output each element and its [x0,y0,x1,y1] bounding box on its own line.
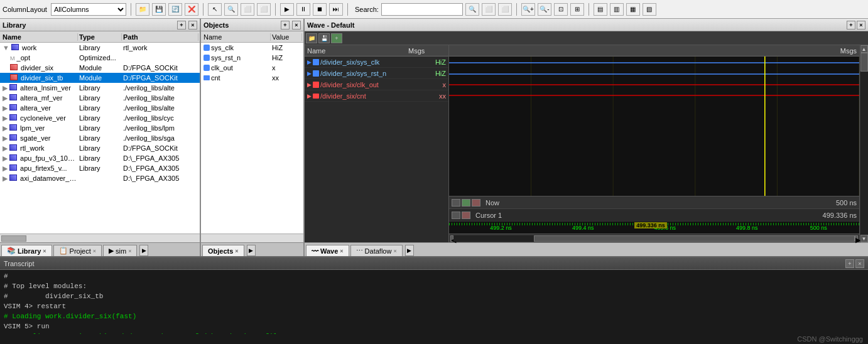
lib-row-divider-six-tb[interactable]: divider_six_tb Module D:/FPGA_SOCKit [0,73,200,83]
toolbar-btn-6[interactable]: ⬜ [241,3,254,16]
wave-tb-btn-2[interactable]: 💾 [318,33,330,43]
wave-cursor-btn-1[interactable] [452,212,460,219]
tab-wave[interactable]: 〰 Wave × [306,245,349,256]
lib-row-cycloneive[interactable]: ▶ cycloneive_ver Library ./verilog_libs/… [0,113,200,123]
library-scroll-thumb[interactable] [1,235,26,242]
toolbar-btn-zoom-out[interactable]: 🔍- [538,3,551,16]
tab-dataflow-close[interactable]: × [393,248,396,254]
wave-expand-tab-btn[interactable]: ▶ [405,245,414,256]
toolbar-btn-5[interactable]: 🔍 [224,3,238,16]
wave-scrollbar-v[interactable]: ▲ ▼ [859,45,868,242]
tab-sim-close[interactable]: × [128,248,131,254]
wave-scroll-right-btn[interactable]: ▶ [855,235,858,242]
panel-expand-btn[interactable]: ▶ [139,245,148,256]
lib-row-altera-mf[interactable]: ▶ altera_mf_ver Library ./verilog_libs/a… [0,93,200,103]
lib-row-divider-six[interactable]: divider_six Module D:/FPGA_SOCKit [0,63,200,73]
toolbar-btn-zoom-all[interactable]: ⊞ [570,3,584,16]
tab-project[interactable]: 📋 Project × [53,245,102,256]
toolbar-btn-9[interactable]: ⏹ [313,3,327,16]
toolbar-btn-7[interactable]: ⬜ [257,3,271,16]
transcript-add-btn[interactable]: + [845,259,854,268]
obj-col-name: Name [202,33,271,41]
library-close-btn[interactable]: × [188,21,197,30]
lib-row-work[interactable]: ▼ work Library rtl_work [0,43,200,53]
library-scrollbar-h[interactable] [0,234,200,242]
lib-row-altera-ver[interactable]: ▶ altera_ver Library ./verilog_libs/alte [0,103,200,113]
toolbar-btn-layout-2[interactable]: ▥ [610,3,624,16]
obj-row-clk-out[interactable]: clk_out x [201,63,303,73]
toolbar-btn-4[interactable]: ❌ [185,3,198,16]
lib-row-rtl-work[interactable]: ▶ rtl_work Library D:/FPGA_SOCKit [0,143,200,153]
wave-expand-clk-out[interactable]: ▶ [307,82,312,88]
wave-expand-sys-clk[interactable]: ▶ [307,59,312,65]
tab-objects-close[interactable]: × [235,248,238,254]
obj-row-sys-clk[interactable]: sys_clk HiZ [201,43,303,53]
wave-sig-clk-out[interactable]: ▶ /divider_six/clk_out x [305,79,448,90]
lib-row-opt[interactable]: M _opt Optimized... [0,53,200,63]
toolbar-btn-3[interactable]: 🔄 [168,3,182,16]
toolbar-btn-1[interactable]: 📁 [136,3,149,16]
wave-close-btn[interactable]: × [857,21,865,30]
lib-row-axi-datamover[interactable]: ▶ axi_datamover_v4_...Library D:\_FPGA_A… [0,173,200,183]
wave-svg-area[interactable] [449,56,859,196]
wave-expand-sys-rst[interactable]: ▶ [307,70,312,77]
lib-row-sgate[interactable]: ▶ sgate_ver Library ./verilog_libs/sga [0,133,200,143]
wave-scroll-track[interactable] [453,235,855,242]
wave-scroll-down-btn[interactable]: ▼ [860,235,868,242]
column-layout-select[interactable]: AllColumns [51,3,126,16]
toolbar-btn-2[interactable]: 💾 [152,3,166,16]
library-tree[interactable]: ▼ work Library rtl_work M _opt Optimized… [0,43,200,234]
objects-scrollbar-h[interactable] [201,234,303,242]
wave-add-btn[interactable]: + [847,21,855,30]
toolbar-btn-play[interactable]: ▶ [280,3,294,16]
wave-sig-sys-rst[interactable]: ▶ /divider_six/sys_rst_n HiZ [305,68,448,79]
library-add-btn[interactable]: + [177,21,186,30]
search-input[interactable] [381,3,463,16]
transcript-close-btn[interactable]: × [855,259,864,268]
wave-status-btn-2[interactable] [462,199,470,207]
toolbar-btn-zoom-fit[interactable]: ⊡ [554,3,568,16]
toolbar-btn-12[interactable]: ⬜ [498,3,512,16]
lib-row-altera-lnsim[interactable]: ▶ altera_lnsim_ver Library ./verilog_lib… [0,83,200,93]
tab-dataflow[interactable]: ⋯ Dataflow × [350,245,403,256]
wave-sig-sys-clk[interactable]: ▶ /divider_six/sys_clk HiZ [305,56,448,68]
wave-tb-btn-3[interactable]: + [331,33,342,43]
wave-scrollbar-h[interactable]: ◀ ▶ [449,234,859,242]
lib-row-apu-fpu[interactable]: ▶ apu_fpu_v3_10_a ... Library D:\_FPGA_A… [0,153,200,163]
wave-sig-cnt[interactable]: ▶ /divider_six/cnt xx [305,90,448,102]
toolbar-btn-cursor[interactable]: ↖ [208,3,222,16]
toolbar-btn-search[interactable]: 🔍 [465,3,479,16]
wave-scroll-v-thumb[interactable] [860,53,868,72]
toolbar-btn-zoom-in[interactable]: 🔍+ [521,3,535,16]
obj-row-cnt[interactable]: cnt xx [201,73,303,83]
toolbar-btn-11[interactable]: ⬜ [482,3,496,16]
objects-expand-btn[interactable]: ▶ [247,245,256,256]
tab-sim[interactable]: ▶ sim × [103,245,137,256]
wave-scroll-thumb[interactable] [534,235,855,242]
toolbar-btn-layout-3[interactable]: ▦ [626,3,640,16]
objects-close-btn[interactable]: × [292,21,301,30]
transcript-content[interactable]: # # Top level modules: # divider_six_tb … [0,270,868,334]
wave-expand-cnt[interactable]: ▶ [307,93,312,99]
tab-library[interactable]: 📚 Library × [1,245,52,256]
tab-wave-close[interactable]: × [340,248,343,254]
lib-row-apu-virtex[interactable]: ▶ apu_firtex5_v... Library D:\_FPGA_AX30… [0,163,200,173]
objects-add-btn[interactable]: + [281,21,290,30]
wave-tb-btn-1[interactable]: 📁 [306,33,317,43]
toolbar-btn-layout-1[interactable]: ▤ [594,3,607,16]
tab-objects[interactable]: Objects × [202,245,244,256]
wave-status-btn-3[interactable] [472,199,480,207]
tab-project-close[interactable]: × [93,248,96,254]
lib-row-lpm[interactable]: ▶ lpm_ver Library ./verilog_libs/lpm [0,123,200,133]
toolbar-btn-10[interactable]: ⏭ [329,3,343,16]
wave-status-btn-1[interactable] [452,199,460,207]
wave-cursor-btn-2[interactable] [462,212,470,219]
toolbar-btn-8[interactable]: ⏸ [296,3,310,16]
tab-library-close[interactable]: × [43,248,46,254]
obj-row-sys-rst-n[interactable]: sys_rst_n HiZ [201,53,303,63]
wave-scroll-v-track[interactable] [860,53,868,235]
toolbar-btn-layout-4[interactable]: ▧ [643,3,656,16]
wave-scroll-up-btn[interactable]: ▲ [860,45,868,53]
objects-tree[interactable]: sys_clk HiZ sys_rst_n HiZ clk_ou [201,43,303,234]
lib-path-lpm: ./verilog_libs/lpm [122,124,198,132]
